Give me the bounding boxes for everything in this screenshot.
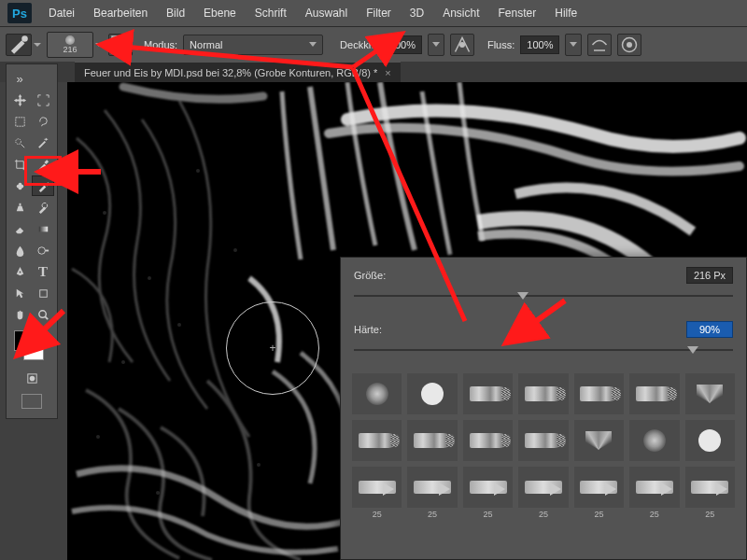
- tablet-pressure-opacity-icon[interactable]: [450, 34, 474, 56]
- svg-point-17: [19, 271, 21, 273]
- brush-tip-flat[interactable]: [352, 420, 402, 461]
- menu-window[interactable]: Fenster: [489, 7, 546, 20]
- brush-tip-flat[interactable]: [407, 420, 457, 461]
- foreground-color-swatch[interactable]: [14, 330, 35, 351]
- svg-rect-11: [44, 160, 49, 164]
- svg-point-32: [257, 463, 261, 467]
- svg-point-3: [121, 39, 126, 44]
- slider-handle[interactable]: [517, 292, 529, 300]
- svg-rect-15: [38, 226, 47, 231]
- brush-tip-soft-round[interactable]: [629, 420, 679, 461]
- brush-size-label: Größe:: [354, 270, 404, 281]
- history-brush-tool[interactable]: [32, 197, 54, 217]
- crop-tool[interactable]: [8, 154, 31, 175]
- brush-tip-flat[interactable]: [463, 420, 513, 461]
- brush-tip-pencil[interactable]: 25: [407, 467, 457, 508]
- airbrush-icon[interactable]: [587, 34, 612, 56]
- menu-file[interactable]: Datei: [39, 7, 84, 20]
- marquee-tool[interactable]: [8, 111, 31, 132]
- menu-edit[interactable]: Bearbeiten: [84, 7, 157, 20]
- svg-rect-9: [15, 117, 23, 125]
- flow-label: Fluss:: [487, 39, 514, 50]
- menu-filter[interactable]: Filter: [357, 7, 401, 20]
- brush-tip-flat[interactable]: [518, 373, 568, 414]
- chevron-down-icon[interactable]: [95, 43, 103, 47]
- screen-mode-icon[interactable]: [21, 394, 42, 409]
- menu-image[interactable]: Bild: [157, 7, 194, 20]
- shape-tool[interactable]: [32, 283, 54, 303]
- blur-tool[interactable]: [8, 240, 31, 260]
- gradient-tool[interactable]: [32, 218, 54, 239]
- clone-stamp-tool[interactable]: [8, 197, 31, 217]
- lasso-tool[interactable]: [32, 111, 54, 132]
- menu-3d[interactable]: 3D: [401, 7, 433, 20]
- brush-size-field[interactable]: 216 Px: [686, 267, 733, 284]
- brush-tip-flat[interactable]: [463, 373, 513, 414]
- brush-tip-airbrush[interactable]: 25: [629, 467, 679, 508]
- toolbox: » T: [6, 63, 58, 419]
- svg-point-25: [148, 276, 151, 280]
- blend-mode-dropdown[interactable]: Normal: [183, 35, 323, 55]
- svg-rect-18: [39, 289, 47, 297]
- document-tab[interactable]: Feuer und Eis by MDI.psd bei 32,8% (Grob…: [75, 62, 401, 82]
- expand-toolbox-icon[interactable]: »: [8, 68, 31, 89]
- brush-tip-flat[interactable]: [574, 373, 624, 414]
- brush-tip-fan[interactable]: [574, 420, 624, 461]
- chevron-down-icon[interactable]: [34, 43, 41, 47]
- svg-point-0: [21, 35, 28, 42]
- svg-point-6: [459, 42, 465, 48]
- brush-tip-pencil[interactable]: 25: [463, 467, 513, 508]
- slider-handle[interactable]: [687, 346, 698, 354]
- document-tab-title: Feuer und Eis by MDI.psd bei 32,8% (Grob…: [84, 67, 377, 78]
- zoom-tool[interactable]: [32, 304, 54, 325]
- brush-tip-hard-round[interactable]: [407, 373, 457, 414]
- menu-type[interactable]: Schrift: [246, 7, 296, 20]
- artboard-tool[interactable]: [32, 90, 54, 110]
- brush-hardness-slider[interactable]: [354, 343, 733, 357]
- opacity-field[interactable]: 100%: [383, 35, 422, 54]
- brush-tip-fan[interactable]: [685, 373, 735, 414]
- eraser-tool[interactable]: [8, 218, 31, 239]
- magic-wand-tool[interactable]: [32, 133, 54, 153]
- brush-size-slider[interactable]: [354, 289, 733, 302]
- menu-help[interactable]: Hilfe: [545, 7, 586, 20]
- brush-tip-flat[interactable]: [518, 420, 568, 461]
- move-tool[interactable]: [8, 90, 31, 110]
- pen-tool[interactable]: [8, 261, 31, 282]
- brush-tip-pencil[interactable]: 25: [352, 467, 402, 508]
- close-icon[interactable]: ×: [385, 67, 390, 78]
- path-select-tool[interactable]: [8, 283, 31, 303]
- opacity-dropdown-arrow[interactable]: [428, 34, 444, 56]
- quick-mask-icon[interactable]: [21, 368, 43, 388]
- type-tool[interactable]: T: [32, 261, 54, 282]
- svg-rect-13: [18, 182, 21, 189]
- brush-tip-round[interactable]: [629, 373, 679, 414]
- svg-rect-1: [112, 36, 129, 53]
- svg-point-5: [121, 45, 126, 49]
- healing-brush-tool[interactable]: [8, 175, 31, 196]
- dodge-tool[interactable]: [32, 240, 54, 260]
- tablet-pressure-size-icon[interactable]: [617, 34, 641, 56]
- brush-tool[interactable]: [32, 175, 54, 196]
- tool-preset-picker[interactable]: [6, 34, 32, 56]
- brush-cursor: [226, 301, 319, 395]
- brush-tip-soft-round[interactable]: [352, 373, 402, 414]
- brush-preset-picker[interactable]: 216: [47, 32, 93, 58]
- flow-dropdown-arrow[interactable]: [565, 34, 582, 56]
- menu-bar: Ps Datei Bearbeiten Bild Ebene Schrift A…: [0, 0, 747, 26]
- brush-tip-airbrush[interactable]: 25: [574, 467, 624, 508]
- brush-palette-icon[interactable]: [108, 34, 133, 56]
- quick-select-tool[interactable]: [8, 133, 31, 153]
- brush-tip-airbrush[interactable]: 25: [685, 467, 735, 508]
- menu-layer[interactable]: Ebene: [194, 7, 246, 20]
- svg-point-31: [156, 491, 160, 495]
- hand-tool[interactable]: [8, 304, 31, 325]
- brush-tip-hard-round[interactable]: [685, 420, 735, 461]
- menu-select[interactable]: Auswahl: [296, 7, 357, 20]
- brush-hardness-field[interactable]: 90%: [686, 321, 733, 338]
- svg-point-4: [116, 45, 120, 49]
- eyedropper-tool[interactable]: [32, 154, 54, 175]
- flow-field[interactable]: 100%: [520, 35, 559, 54]
- brush-tip-pencil[interactable]: 25: [518, 467, 568, 508]
- menu-view[interactable]: Ansicht: [433, 7, 488, 20]
